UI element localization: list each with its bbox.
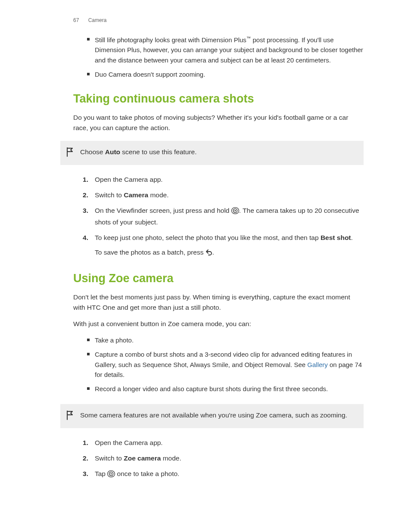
step-item: Switch to Zoe camera mode. [83,453,364,464]
zoe-bullet-list: Take a photo. Capture a combo of burst s… [95,335,364,394]
page-section-label: Camera [88,17,107,23]
steps-continuous-shots: Open the Camera app. Switch to Camera mo… [83,174,364,259]
back-icon [206,249,212,259]
list-item: Record a longer video and also capture b… [95,384,364,394]
section-heading-continuous-shots: Taking continuous camera shots [73,92,364,106]
step-item: Open the Camera app. [83,174,364,185]
list-item: Duo Camera doesn't support zooming. [95,69,364,79]
flag-icon [66,410,74,422]
steps-zoe-camera: Open the Camera app. Switch to Zoe camer… [83,438,364,480]
intro-bullet-list: Still life photography looks great with … [95,34,364,79]
list-item: Still life photography looks great with … [95,34,364,65]
section1-intro: Do you want to take photos of moving sub… [73,112,364,133]
page: 67 Camera Still life photography looks g… [0,0,411,515]
step-item: Tap once to take a photo. [83,469,364,480]
note-text: Some camera features are not available w… [80,410,347,420]
section2-p2: With just a convenient button in Zoe cam… [73,319,364,329]
note-auto-scene: Choose Auto scene to use this feature. [60,141,364,165]
link-gallery[interactable]: Gallery [307,361,328,368]
flag-icon [66,147,74,159]
step-item: On the Viewfinder screen, just press and… [83,205,364,227]
list-item: Capture a combo of burst shots and a 3-s… [95,349,364,380]
svg-point-5 [111,473,112,475]
step-item: To keep just one photo, select the photo… [83,233,364,259]
shutter-icon [231,207,239,217]
step-item: Switch to Camera mode. [83,190,364,200]
step-item: Open the Camera app. [83,438,364,448]
step-substep: To save the photos as a batch, press . [95,247,364,259]
shutter-icon [107,470,115,480]
page-header: 67 Camera [73,17,364,23]
section2-p1: Don't let the best moments just pass by.… [73,292,364,313]
note-text: Choose Auto scene to use this feature. [80,147,197,157]
section-heading-zoe-camera: Using Zoe camera [73,272,364,285]
page-number: 67 [73,17,79,23]
svg-point-2 [234,210,236,211]
list-item: Take a photo. [95,335,364,345]
note-zoe-limitations: Some camera features are not available w… [60,404,364,428]
